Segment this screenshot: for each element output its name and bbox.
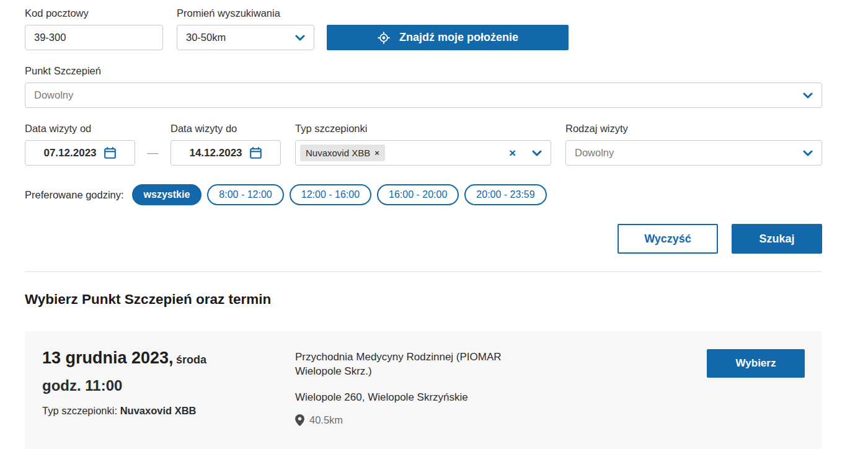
appointment-vaccine-label: Typ szczepionki: [42, 405, 117, 416]
postal-code-field-group: Kod pocztowy [25, 7, 163, 50]
map-pin-icon [295, 414, 304, 426]
calendar-icon[interactable] [104, 146, 117, 159]
vaccine-type-label: Typ szczepionki [295, 123, 551, 135]
remove-tag-icon[interactable]: × [374, 148, 379, 158]
vaccine-type-tag: Nuvaxovid XBB × [300, 144, 385, 161]
visit-kind-label: Rodzaj wizyty [565, 123, 822, 135]
appointment-result-card: 13 grudnia 2023, środa godz. 11:00 Typ s… [25, 331, 822, 449]
appointment-datetime-column: 13 grudnia 2023, środa godz. 11:00 Typ s… [42, 349, 295, 438]
vaccination-search-page: Kod pocztowy Promień wyszukiwania 30-50k… [25, 0, 822, 449]
calendar-icon[interactable] [249, 146, 262, 159]
vaccination-point-label: Punkt Szczepień [25, 65, 822, 77]
appointment-weekday: środa [176, 353, 206, 366]
search-radius-select[interactable]: 30-50km [177, 25, 314, 50]
hours-pill-16-20[interactable]: 16:00 - 20:00 [377, 184, 459, 205]
date-to-field-group: Data wizyty do 14.12.2023 [170, 123, 281, 166]
appointment-action-column: Wybierz [699, 349, 805, 438]
filter-row-location: Kod pocztowy Promień wyszukiwania 30-50k… [25, 7, 822, 50]
hours-pill-12-16[interactable]: 12:00 - 16:00 [290, 184, 371, 205]
chevron-down-icon [803, 150, 813, 156]
vaccination-point-select[interactable]: Dowolny [25, 82, 822, 108]
visit-kind-select[interactable]: Dowolny [565, 140, 822, 166]
vaccination-point-value: Dowolny [34, 89, 803, 101]
find-my-location-button[interactable]: Znajdź moje położenie [327, 25, 569, 50]
vaccine-type-field-group: Typ szczepionki Nuvaxovid XBB × × [295, 123, 551, 166]
appointment-date: 13 grudnia 2023, [42, 349, 174, 367]
date-from-input[interactable]: 07.12.2023 [25, 140, 135, 166]
visit-kind-field-group: Rodzaj wizyty Dowolny [565, 123, 822, 166]
vaccine-type-tag-label: Nuvaxovid XBB [306, 148, 370, 158]
chevron-down-icon[interactable] [532, 150, 542, 156]
chevron-down-icon [803, 92, 813, 99]
chevron-down-icon [295, 35, 305, 41]
hours-pill-8-12[interactable]: 8:00 - 12:00 [207, 184, 283, 205]
results-heading: Wybierz Punkt Szczepień oraz termin [25, 291, 822, 308]
preferred-hours-row: Preferowane godziny: wszystkie 8:00 - 12… [25, 184, 822, 205]
hours-pill-20-2359[interactable]: 20:00 - 23:59 [464, 184, 546, 205]
hours-pill-all[interactable]: wszystkie [132, 184, 202, 205]
date-to-label: Data wizyty do [170, 123, 281, 135]
date-to-value: 14.12.2023 [189, 147, 242, 159]
find-my-location-button-label: Znajdź moje położenie [399, 31, 518, 44]
section-divider [25, 271, 822, 272]
postal-code-label: Kod pocztowy [25, 7, 163, 19]
appointment-time: godz. 11:00 [42, 377, 295, 394]
appointment-facility-column: Przychodnia Medycyny Rodzinnej (PIOMAR W… [295, 349, 699, 438]
select-appointment-button[interactable]: Wybierz [707, 349, 805, 378]
clear-filters-button[interactable]: Wyczyść [618, 224, 718, 254]
date-range-separator: — [135, 140, 170, 166]
search-radius-field-group: Promień wyszukiwania 30-50km [177, 7, 314, 50]
filter-row-dates: Data wizyty od 07.12.2023 — Data wizyty … [25, 123, 822, 166]
date-from-label: Data wizyty od [25, 123, 135, 135]
search-radius-value: 30-50km [186, 32, 295, 43]
filter-actions: Wyczyść Szukaj [25, 224, 822, 254]
vaccine-type-multiselect[interactable]: Nuvaxovid XBB × × [295, 140, 551, 166]
gps-crosshair-icon [377, 31, 391, 45]
postal-code-input[interactable] [25, 25, 163, 50]
facility-distance: 40.5km [309, 414, 343, 426]
appointment-vaccine-line: Typ szczepionki: Nuvaxovid XBB [42, 405, 295, 417]
appointment-vaccine-name: Nuvaxovid XBB [120, 405, 197, 416]
search-button[interactable]: Szukaj [732, 224, 822, 254]
preferred-hours-label: Preferowane godziny: [25, 189, 124, 201]
facility-address: Wielopole 260, Wielopole Skrzyńskie [295, 391, 699, 404]
date-to-input[interactable]: 14.12.2023 [170, 140, 281, 166]
vaccination-point-field-group: Punkt Szczepień Dowolny [25, 65, 822, 108]
date-from-field-group: Data wizyty od 07.12.2023 [25, 123, 135, 166]
appointment-date-line: 13 grudnia 2023, środa [42, 349, 295, 368]
search-radius-label: Promień wyszukiwania [177, 7, 314, 19]
facility-name: Przychodnia Medycyny Rodzinnej (PIOMAR W… [295, 350, 525, 379]
facility-distance-line: 40.5km [295, 414, 699, 426]
clear-selection-icon[interactable]: × [509, 147, 516, 159]
date-from-value: 07.12.2023 [43, 147, 96, 159]
visit-kind-value: Dowolny [575, 147, 803, 159]
